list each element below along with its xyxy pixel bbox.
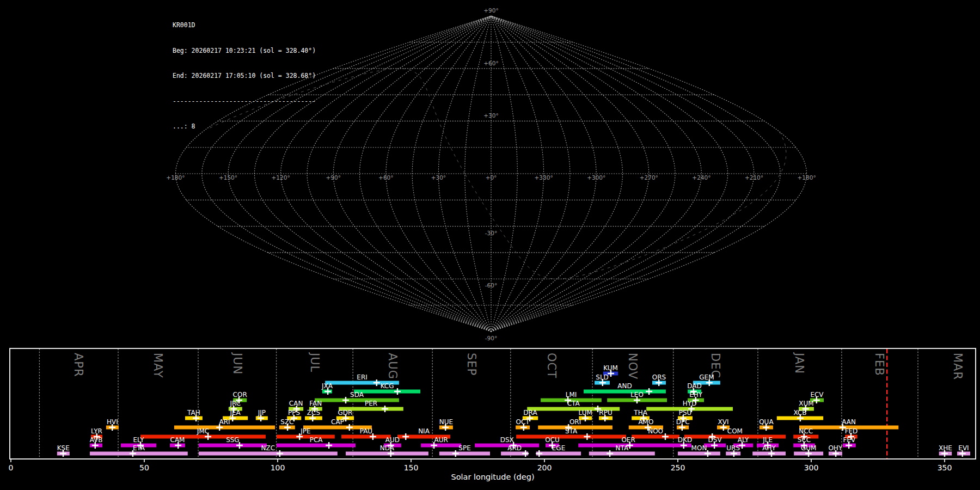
map-lon-label: +240° [692, 174, 710, 181]
shower-bar-STA [516, 435, 626, 439]
peak-cross-SDA [342, 397, 349, 403]
shower-label-PER: PER [365, 400, 377, 407]
shower-label-ARD: ARD [507, 444, 522, 452]
shower-label-DRA: DRA [523, 409, 537, 416]
shower-label-CAM: CAM [170, 436, 185, 444]
shower-bar-ETA [90, 452, 188, 456]
shower-bar-DSX [475, 444, 539, 448]
month-label-SEP: SEP [465, 353, 478, 376]
shower-bar-SSG [199, 444, 267, 448]
shower-label-DKD: DKD [678, 436, 692, 444]
shower-label-SDA: SDA [350, 391, 364, 399]
shower-bar-NOO [632, 435, 679, 439]
shower-label-PSU: PSU [679, 409, 692, 416]
shower-label-SCC: SCC [798, 436, 811, 444]
meteor-count: ...: 8 [173, 122, 316, 131]
shower-label-ECV: ECV [810, 391, 824, 399]
map-lon-label: +330° [535, 174, 553, 181]
peak-cross-ARD [522, 450, 529, 457]
shower-label-URS: URS [726, 444, 740, 452]
shower-label-GDR: GDR [338, 409, 353, 416]
map-lat-label: +90° [483, 7, 498, 14]
shower-label-CTA: CTA [567, 400, 580, 407]
shower-label-AUR: AUR [434, 436, 448, 444]
activity-timeline: APRMAYJUNJULAUGSEPOCTNOVDECJANFEBMARKUME… [9, 348, 976, 481]
shower-bar-PCA [277, 444, 356, 448]
shower-label-SLD: SLD [596, 373, 609, 381]
shower-bar-EGE [536, 452, 581, 456]
month-label-MAY: MAY [151, 353, 164, 378]
observation-end: End: 20260217 17:05:10 (sol = 328.68°) [173, 72, 316, 81]
shower-label-LUM: LUM [579, 409, 592, 416]
shower-bar-AUR [421, 444, 461, 448]
shower-label-KSE: KSE [57, 444, 70, 452]
shower-label-FAN: FAN [309, 400, 322, 407]
map-lon-label: +90° [326, 174, 340, 181]
shower-label-NZC: NZC [261, 444, 275, 452]
shower-label-PAU: PAU [360, 427, 372, 435]
map-lon-label: +300° [587, 174, 605, 181]
shower-label-RPU: RPU [599, 409, 612, 416]
shower-label-LEO: LEO [630, 391, 644, 399]
observation-info: KR001D Beg: 20260217 10:23:21 (sol = 328… [173, 4, 316, 148]
shower-label-DSX: DSX [500, 436, 514, 444]
station-code: KR001D [173, 21, 316, 30]
peak-cross-AND [646, 388, 652, 395]
month-label-JUN: JUN [231, 352, 244, 375]
shower-label-ETA: ETA [133, 444, 145, 452]
shower-label-SSG: SSG [226, 436, 240, 444]
shower-label-COM: COM [727, 427, 743, 435]
shower-label-QUA: QUA [759, 418, 774, 426]
shower-label-THA: THA [633, 409, 647, 416]
month-label-OCT: OCT [545, 353, 558, 378]
meteor-activity-screen: KR001D Beg: 20260217 10:23:21 (sol = 328… [0, 0, 980, 490]
shower-label-ZCS: ZCS [307, 409, 320, 416]
shower-label-ERI: ERI [357, 373, 367, 381]
shower-label-ARI: ARI [219, 418, 230, 426]
observation-begin: Beg: 20260217 10:23:21 (sol = 328.40°) [173, 47, 316, 56]
map-lon-label: +0° [486, 174, 497, 181]
shower-label-DSV: DSV [708, 436, 722, 444]
shower-label-JEA: JEA [229, 409, 241, 416]
peak-cross-EGE [536, 450, 542, 457]
shower-label-PCA: PCA [310, 436, 323, 444]
shower-label-AUD: AUD [385, 436, 400, 444]
shower-label-OCU: OCU [545, 436, 560, 444]
month-label-APR: APR [72, 353, 85, 377]
month-label-JUL: JUL [308, 352, 321, 372]
shower-label-AHY: AHY [762, 444, 776, 452]
shower-label-EHY: EHY [689, 391, 703, 399]
shower-label-JMC: JMC [197, 427, 209, 435]
shower-bar-PAU [341, 435, 391, 439]
shower-label-XUM: XUM [799, 400, 813, 407]
x-tick-label: 350 [938, 463, 952, 472]
x-tick-label: 300 [804, 463, 819, 472]
peak-cross-PER [382, 406, 388, 412]
month-label-MAR: MAR [951, 353, 964, 380]
shower-label-HYD: HYD [683, 400, 697, 407]
shower-bar-JMC [140, 435, 266, 439]
shower-bar-SPE [439, 452, 490, 456]
map-lon-label: +270° [640, 174, 658, 181]
shower-label-LYR: LYR [91, 427, 102, 435]
shower-label-JPE: JPE [300, 427, 310, 435]
shower-bar-NDA [346, 452, 428, 456]
shower-label-XHE: XHE [939, 444, 952, 452]
shower-label-ALY: ALY [738, 436, 749, 444]
shower-label-GEM: GEM [699, 373, 714, 381]
shower-label-FEV: FEV [843, 436, 855, 444]
map-reference-circle [465, 132, 786, 279]
shower-label-OHY: OHY [828, 444, 842, 452]
shower-label-AMO: AMO [638, 418, 653, 426]
shower-label-XCB: XCB [793, 409, 806, 416]
shower-label-HVI: HVI [107, 418, 118, 426]
shower-bar-SDA [315, 399, 399, 402]
shower-label-LMI: LMI [566, 391, 577, 399]
map-lat-label: -90° [485, 335, 497, 341]
shower-label-NDA: NDA [380, 444, 395, 452]
shower-label-KCG: KCG [381, 382, 394, 390]
shower-label-JIP: JIP [258, 409, 266, 416]
peak-cross-NTA [607, 450, 613, 457]
month-label-NOV: NOV [626, 353, 639, 379]
shower-label-JLE: JLE [762, 436, 773, 444]
